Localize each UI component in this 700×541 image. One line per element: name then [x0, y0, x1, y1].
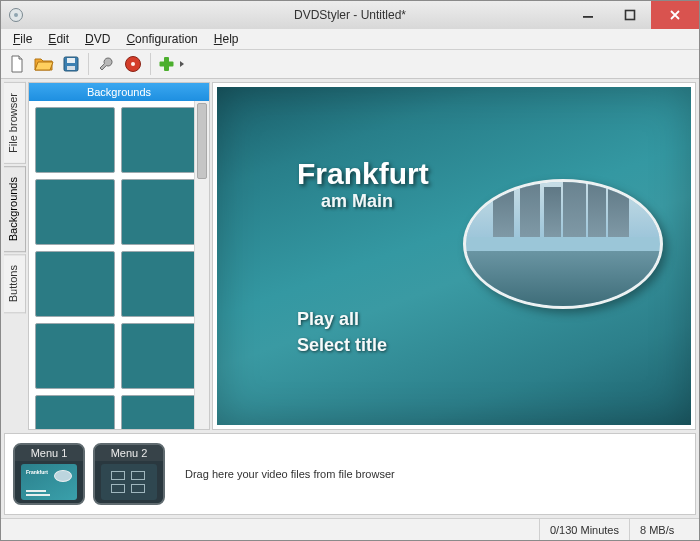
scrollbar-thumb[interactable]	[197, 103, 207, 179]
background-thumb[interactable]	[35, 323, 115, 389]
building-icon	[520, 179, 539, 237]
minimize-button[interactable]	[567, 1, 609, 29]
maximize-button[interactable]	[609, 1, 651, 29]
background-thumb[interactable]	[35, 251, 115, 317]
svg-rect-2	[583, 16, 593, 18]
building-icon	[608, 182, 629, 237]
content-area: File browser Backgrounds Buttons Backgro…	[1, 79, 699, 433]
menu-file[interactable]: File	[5, 30, 40, 48]
toolbar	[1, 49, 699, 79]
river	[466, 251, 660, 306]
menu2-mini-preview	[101, 464, 157, 500]
newfile-button[interactable]	[5, 52, 29, 76]
add-button[interactable]	[156, 52, 190, 76]
background-thumb[interactable]	[35, 395, 115, 429]
side-tab-buttons[interactable]: Buttons	[4, 254, 26, 313]
side-tab-file-browser[interactable]: File browser	[4, 82, 26, 164]
open-folder-icon	[34, 55, 54, 73]
svg-rect-5	[67, 58, 75, 63]
menu-subtitle[interactable]: am Main	[321, 191, 393, 212]
background-thumb[interactable]	[35, 179, 115, 245]
backgrounds-grid	[29, 101, 209, 429]
svg-rect-6	[67, 66, 75, 70]
backgrounds-scrollbar[interactable]	[194, 101, 209, 429]
background-thumb[interactable]	[121, 323, 201, 389]
menu-edit[interactable]: Edit	[40, 30, 77, 48]
backgrounds-header: Backgrounds	[29, 83, 209, 101]
save-icon	[62, 55, 80, 73]
close-button[interactable]	[651, 1, 699, 29]
timeline-menu-thumb[interactable]: Menu 2	[93, 443, 165, 505]
status-bitrate: 8 MB/s	[629, 519, 699, 540]
svg-point-1	[14, 13, 18, 17]
svg-rect-3	[626, 11, 635, 20]
menu-preview[interactable]: Frankfurt am Main Play all Select title	[212, 82, 696, 430]
timeline-thumb-label: Menu 2	[95, 445, 163, 461]
status-duration: 0/130 Minutes	[539, 519, 629, 540]
building-icon	[544, 187, 561, 237]
toolbar-separator-2	[150, 53, 151, 75]
building-icon	[493, 180, 514, 237]
svg-point-8	[131, 62, 135, 66]
toolbar-separator	[88, 53, 89, 75]
wrench-icon	[97, 55, 115, 73]
titlebar: DVDStyler - Untitled*	[1, 1, 699, 29]
new-file-icon	[8, 55, 26, 73]
dvd-menu-canvas[interactable]: Frankfurt am Main Play all Select title	[217, 87, 691, 425]
menu-play-all-button[interactable]: Play all	[297, 309, 359, 330]
timeline-menu-thumb[interactable]: Menu 1 Frankfurt	[13, 443, 85, 505]
side-tab-strip: File browser Backgrounds Buttons	[4, 82, 26, 430]
building-icon	[588, 179, 605, 237]
background-thumb[interactable]	[121, 251, 201, 317]
app-window: DVDStyler - Untitled* File Edit DVD Conf…	[0, 0, 700, 541]
side-tab-backgrounds[interactable]: Backgrounds	[4, 166, 26, 252]
burn-disc-icon	[124, 55, 142, 73]
background-thumb[interactable]	[121, 179, 201, 245]
menu1-mini-preview: Frankfurt	[21, 464, 77, 500]
backgrounds-panel: Backgrounds	[28, 82, 210, 430]
menu-dvd[interactable]: DVD	[77, 30, 118, 48]
add-plus-icon	[158, 55, 188, 73]
open-button[interactable]	[32, 52, 56, 76]
timeline-thumb-label: Menu 1	[15, 445, 83, 461]
menu-select-title-button[interactable]: Select title	[297, 335, 387, 356]
timeline[interactable]: Menu 1 Frankfurt Menu 2 Drag here your v…	[4, 433, 696, 515]
save-button[interactable]	[59, 52, 83, 76]
background-thumb[interactable]	[35, 107, 115, 173]
svg-rect-10	[160, 62, 174, 67]
timeline-hint: Drag here your video files from file bro…	[185, 468, 395, 480]
window-controls	[567, 1, 699, 29]
menu-title[interactable]: Frankfurt	[297, 157, 429, 191]
statusbar: 0/130 Minutes 8 MB/s	[1, 518, 699, 540]
menu-configuration[interactable]: Configuration	[118, 30, 205, 48]
menu-help[interactable]: Help	[206, 30, 247, 48]
menubar: File Edit DVD Configuration Help	[1, 29, 699, 49]
building-icon	[563, 179, 586, 237]
burn-button[interactable]	[121, 52, 145, 76]
menu-image-frame[interactable]	[463, 179, 663, 309]
background-thumb[interactable]	[121, 107, 201, 173]
app-icon	[6, 5, 26, 25]
options-button[interactable]	[94, 52, 118, 76]
background-thumb[interactable]	[121, 395, 201, 429]
